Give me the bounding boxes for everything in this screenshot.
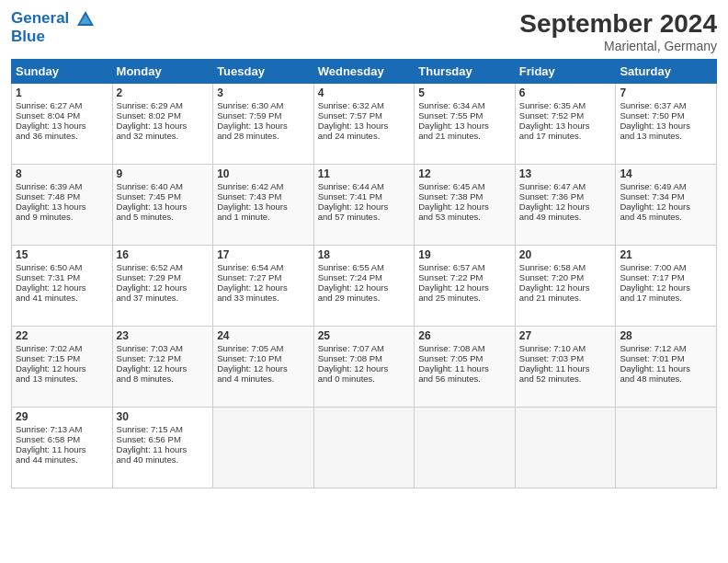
- table-cell: 2Sunrise: 6:29 AMSunset: 8:02 PMDaylight…: [112, 84, 213, 165]
- daylight-text: Daylight: 12 hoursand 4 minutes.: [217, 363, 288, 384]
- daylight-text: Daylight: 13 hoursand 32 minutes.: [117, 121, 188, 141]
- day-number: 19: [418, 248, 511, 261]
- sunset-text: Sunset: 8:02 PM: [117, 110, 181, 121]
- sunset-text: Sunset: 7:45 PM: [117, 191, 181, 201]
- daylight-text: Daylight: 13 hoursand 24 minutes.: [318, 121, 389, 141]
- sunset-text: Sunset: 8:04 PM: [16, 110, 80, 121]
- day-number: 15: [16, 248, 108, 261]
- day-number: 18: [318, 248, 411, 261]
- table-cell: 4Sunrise: 6:32 AMSunset: 7:57 PMDaylight…: [313, 84, 415, 165]
- sunrise-text: Sunrise: 6:32 AM: [318, 100, 384, 110]
- table-cell: 21Sunrise: 7:00 AMSunset: 7:17 PMDayligh…: [616, 246, 717, 327]
- daylight-text: Daylight: 12 hoursand 53 minutes.: [418, 201, 489, 222]
- daylight-text: Daylight: 12 hoursand 33 minutes.: [217, 282, 288, 303]
- day-number: 23: [117, 329, 210, 342]
- day-number: 20: [519, 248, 612, 261]
- sunset-text: Sunset: 7:38 PM: [418, 191, 483, 201]
- month-title: September 2024: [519, 9, 717, 39]
- day-number: 16: [117, 248, 210, 261]
- sunset-text: Sunset: 7:29 PM: [117, 272, 181, 282]
- main-container: General Blue September 2024 Mariental, G…: [0, 0, 728, 498]
- sunrise-text: Sunrise: 6:44 AM: [318, 181, 384, 191]
- table-cell: 17Sunrise: 6:54 AMSunset: 7:27 PMDayligh…: [213, 246, 314, 327]
- table-cell: 10Sunrise: 6:42 AMSunset: 7:43 PMDayligh…: [213, 165, 314, 246]
- daylight-text: Daylight: 13 hoursand 36 minutes.: [16, 121, 86, 141]
- day-number: 28: [620, 329, 712, 342]
- day-number: 5: [418, 86, 511, 99]
- day-number: 26: [418, 329, 511, 342]
- sunrise-text: Sunrise: 6:55 AM: [318, 262, 384, 272]
- sunset-text: Sunset: 7:48 PM: [16, 191, 80, 201]
- sunrise-text: Sunrise: 6:42 AM: [217, 181, 283, 191]
- sunrise-text: Sunrise: 6:27 AM: [16, 100, 82, 110]
- day-number: 11: [318, 167, 411, 180]
- table-cell: [415, 408, 516, 488]
- day-number: 12: [418, 167, 511, 180]
- sunrise-text: Sunrise: 6:39 AM: [16, 181, 82, 191]
- table-cell: 29Sunrise: 7:13 AMSunset: 6:58 PMDayligh…: [12, 408, 113, 488]
- sunset-text: Sunset: 7:08 PM: [318, 353, 382, 363]
- sunset-text: Sunset: 7:10 PM: [217, 353, 281, 363]
- sunset-text: Sunset: 7:52 PM: [519, 110, 584, 121]
- table-cell: 16Sunrise: 6:52 AMSunset: 7:29 PMDayligh…: [112, 246, 213, 327]
- sunrise-text: Sunrise: 6:47 AM: [519, 181, 586, 191]
- sunrise-text: Sunrise: 7:12 AM: [620, 343, 686, 353]
- daylight-text: Daylight: 12 hoursand 41 minutes.: [16, 282, 86, 303]
- table-cell: 12Sunrise: 6:45 AMSunset: 7:38 PMDayligh…: [415, 165, 516, 246]
- day-number: 7: [620, 86, 712, 99]
- day-number: 17: [217, 248, 310, 261]
- sunrise-text: Sunrise: 7:08 AM: [418, 343, 484, 353]
- sunrise-text: Sunrise: 6:50 AM: [16, 262, 82, 272]
- col-tuesday: Tuesday: [213, 60, 314, 84]
- sunrise-text: Sunrise: 6:35 AM: [519, 100, 586, 110]
- daylight-text: Daylight: 12 hoursand 17 minutes.: [620, 282, 690, 303]
- sunset-text: Sunset: 7:03 PM: [519, 353, 584, 363]
- sunrise-text: Sunrise: 6:37 AM: [620, 100, 686, 110]
- calendar-table: Sunday Monday Tuesday Wednesday Thursday…: [11, 59, 717, 488]
- sunset-text: Sunset: 7:57 PM: [318, 110, 382, 121]
- sunset-text: Sunset: 7:15 PM: [16, 353, 80, 363]
- sunset-text: Sunset: 7:41 PM: [318, 191, 382, 201]
- sunset-text: Sunset: 7:20 PM: [519, 272, 584, 282]
- sunset-text: Sunset: 7:24 PM: [318, 272, 382, 282]
- table-cell: 27Sunrise: 7:10 AMSunset: 7:03 PMDayligh…: [515, 327, 616, 408]
- col-friday: Friday: [515, 60, 616, 84]
- day-number: 22: [16, 329, 108, 342]
- header-row: Sunday Monday Tuesday Wednesday Thursday…: [12, 60, 717, 84]
- header: General Blue September 2024 Mariental, G…: [11, 9, 717, 53]
- sunrise-text: Sunrise: 6:52 AM: [117, 262, 183, 272]
- day-number: 13: [519, 167, 612, 180]
- table-cell: 22Sunrise: 7:02 AMSunset: 7:15 PMDayligh…: [12, 327, 113, 408]
- sunrise-text: Sunrise: 7:03 AM: [117, 343, 183, 353]
- sunrise-text: Sunrise: 6:30 AM: [217, 100, 283, 110]
- table-cell: 11Sunrise: 6:44 AMSunset: 7:41 PMDayligh…: [313, 165, 415, 246]
- day-number: 4: [318, 86, 411, 99]
- sunrise-text: Sunrise: 6:34 AM: [418, 100, 484, 110]
- daylight-text: Daylight: 13 hoursand 9 minutes.: [16, 201, 86, 222]
- table-cell: 30Sunrise: 7:15 AMSunset: 6:56 PMDayligh…: [112, 408, 213, 488]
- sunset-text: Sunset: 7:50 PM: [620, 110, 684, 121]
- table-cell: [515, 408, 616, 488]
- logo-text: General: [11, 9, 96, 29]
- table-cell: 9Sunrise: 6:40 AMSunset: 7:45 PMDaylight…: [112, 165, 213, 246]
- table-cell: 18Sunrise: 6:55 AMSunset: 7:24 PMDayligh…: [313, 246, 415, 327]
- col-monday: Monday: [112, 60, 213, 84]
- sunset-text: Sunset: 7:55 PM: [418, 110, 483, 121]
- col-saturday: Saturday: [616, 60, 717, 84]
- sunrise-text: Sunrise: 7:05 AM: [217, 343, 283, 353]
- table-cell: 15Sunrise: 6:50 AMSunset: 7:31 PMDayligh…: [12, 246, 113, 327]
- day-number: 6: [519, 86, 612, 99]
- table-cell: [313, 408, 415, 488]
- day-number: 2: [117, 86, 210, 99]
- sunset-text: Sunset: 6:56 PM: [117, 434, 181, 444]
- daylight-text: Daylight: 12 hoursand 0 minutes.: [318, 363, 389, 384]
- day-number: 1: [16, 86, 108, 99]
- table-cell: 3Sunrise: 6:30 AMSunset: 7:59 PMDaylight…: [213, 84, 314, 165]
- sunset-text: Sunset: 6:58 PM: [16, 434, 80, 444]
- day-number: 14: [620, 167, 712, 180]
- table-cell: 19Sunrise: 6:57 AMSunset: 7:22 PMDayligh…: [415, 246, 516, 327]
- daylight-text: Daylight: 13 hoursand 13 minutes.: [620, 121, 690, 141]
- sunset-text: Sunset: 7:22 PM: [418, 272, 483, 282]
- sunrise-text: Sunrise: 7:15 AM: [117, 424, 183, 434]
- logo-icon: [75, 9, 96, 29]
